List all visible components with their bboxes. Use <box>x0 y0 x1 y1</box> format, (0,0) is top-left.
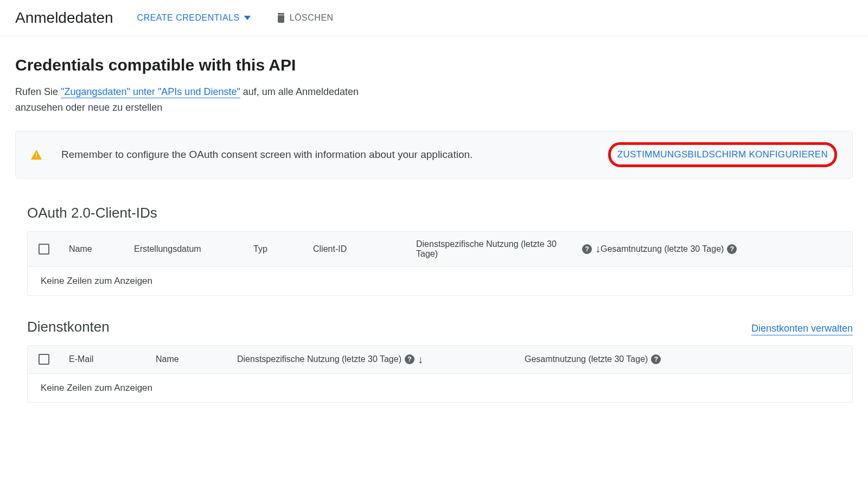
column-type[interactable]: Typ <box>253 244 313 254</box>
column-email[interactable]: E-Mail <box>69 354 156 364</box>
sort-descending-icon: ↓ <box>418 353 423 366</box>
trash-icon <box>277 13 285 23</box>
delete-label: LÖSCHEN <box>290 13 334 23</box>
oauth-table: Name Erstellungsdatum Typ Client-ID Dien… <box>27 231 853 296</box>
highlighted-callout: ZUSTIMMUNGSBILDSCHIRM KONFIGURIEREN <box>608 142 837 167</box>
column-client-id[interactable]: Client-ID <box>313 244 416 254</box>
banner-text: Remember to configure the OAuth consent … <box>61 149 473 161</box>
banner-left: Remember to configure the OAuth consent … <box>31 149 473 161</box>
help-icon[interactable]: ? <box>582 244 592 254</box>
chevron-down-icon <box>244 16 251 20</box>
oauth-table-header: Name Erstellungsdatum Typ Client-ID Dien… <box>28 232 852 267</box>
service-accounts-table-header: E-Mail Name Dienstspezifische Nutzung (l… <box>28 346 852 374</box>
content: Credentials compatible with this API Ruf… <box>0 36 868 445</box>
manage-service-accounts-link[interactable]: Dienstkonten verwalten <box>751 323 853 335</box>
column-name[interactable]: Name <box>156 354 237 364</box>
column-name[interactable]: Name <box>69 244 134 254</box>
column-total-usage[interactable]: Gesamtnutzung (letzte 30 Tage) ? <box>525 354 841 364</box>
warning-icon <box>31 150 42 160</box>
column-service-usage[interactable]: Dienstspezifische Nutzung (letzte 30 Tag… <box>237 353 525 366</box>
sort-descending-icon: ↓ <box>595 243 601 255</box>
column-service-usage[interactable]: Dienstspezifische Nutzung (letzte 30 Tag… <box>416 239 601 259</box>
column-created[interactable]: Erstellungsdatum <box>134 244 253 254</box>
consent-banner: Remember to configure the OAuth consent … <box>15 131 853 179</box>
help-icon[interactable]: ? <box>405 354 414 364</box>
oauth-empty-row: Keine Zeilen zum Anzeigen <box>28 267 852 295</box>
credentials-link[interactable]: "Zugangsdaten" unter "APIs und Dienste" <box>61 86 240 98</box>
toolbar: Anmeldedaten CREATE CREDENTIALS LÖSCHEN <box>0 0 868 36</box>
service-accounts-table: E-Mail Name Dienstspezifische Nutzung (l… <box>27 345 853 403</box>
select-all-checkbox[interactable] <box>39 244 49 255</box>
delete-button[interactable]: LÖSCHEN <box>275 9 336 27</box>
create-credentials-button[interactable]: CREATE CREDENTIALS <box>135 9 253 27</box>
create-credentials-label: CREATE CREDENTIALS <box>137 13 240 23</box>
oauth-section: OAuth 2.0-Client-IDs Name Erstellungsdat… <box>15 205 853 296</box>
help-icon[interactable]: ? <box>651 354 661 364</box>
service-accounts-empty-row: Keine Zeilen zum Anzeigen <box>28 374 852 402</box>
page-title: Anmeldedaten <box>15 9 113 27</box>
help-icon[interactable]: ? <box>727 244 737 254</box>
column-total-usage[interactable]: Gesamtnutzung (letzte 30 Tage) ? <box>601 244 841 254</box>
configure-consent-button[interactable]: ZUSTIMMUNGSBILDSCHIRM KONFIGURIEREN <box>617 149 828 160</box>
service-accounts-title: Dienstkonten <box>27 319 110 335</box>
service-accounts-section: Dienstkonten Dienstkonten verwalten E-Ma… <box>15 319 853 403</box>
oauth-section-title: OAuth 2.0-Client-IDs <box>27 205 157 221</box>
section-heading: Credentials compatible with this API <box>15 56 853 74</box>
select-all-checkbox[interactable] <box>39 354 49 365</box>
section-description: Rufen Sie "Zugangsdaten" unter "APIs und… <box>15 84 384 116</box>
